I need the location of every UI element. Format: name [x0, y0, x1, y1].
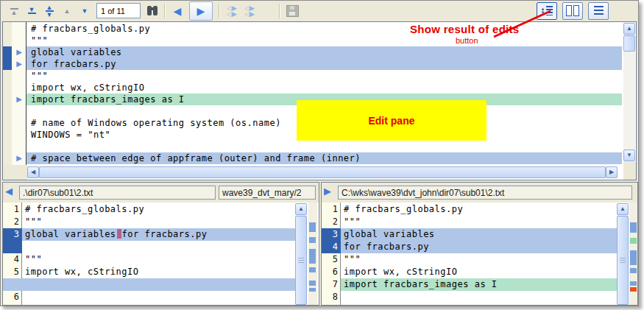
edit-code-line[interactable]	[3, 141, 622, 152]
next-file-button[interactable]: ▶	[189, 1, 213, 21]
line-number: 2	[3, 216, 22, 228]
code-text: # name of Windows operating system (os.n…	[22, 303, 295, 306]
edit-pane-annotation-label: Edit pane	[368, 115, 414, 127]
difference-counter-input[interactable]	[96, 3, 141, 18]
edit-code-line[interactable]: ▶# space between edge of appframe (outer…	[3, 152, 622, 164]
left-file-label-field[interactable]	[219, 186, 316, 200]
change-arrow-icon[interactable]: ▶	[12, 152, 26, 164]
side-by-side-view-button[interactable]	[562, 2, 583, 20]
change-block-cell	[3, 70, 12, 82]
diff-map-mark	[630, 250, 637, 265]
file-code-line[interactable]: 9# name of Windows operating system (os.…	[322, 303, 617, 306]
edit-code-line[interactable]: """	[3, 70, 622, 82]
merge-pair-icon: ◁▶◁▶	[227, 5, 237, 17]
diff-map-mark	[630, 281, 637, 286]
scroll-thumb[interactable]	[623, 35, 635, 52]
diff-map-mark	[309, 281, 316, 286]
edit-code-line[interactable]: ▶for fracbars.py	[3, 58, 622, 70]
stacked-view-button[interactable]	[588, 2, 609, 20]
two-columns-icon	[566, 5, 579, 16]
save-button[interactable]	[283, 2, 301, 20]
line-number: 3	[3, 228, 22, 241]
file-code-line[interactable]: 5"""	[322, 253, 617, 266]
scroll-thumb[interactable]	[617, 216, 629, 305]
left-triangle-icon: ◀	[174, 6, 182, 16]
file-code-line[interactable]: 6import wx, cStringIO	[322, 266, 617, 278]
code-text	[26, 141, 622, 152]
file-code-line[interactable]: 1# fracbars_globals.py	[3, 203, 295, 216]
file-code-line[interactable]: 2"""	[3, 216, 295, 228]
arrow-gutter-cell	[12, 82, 26, 94]
file-code-line[interactable]: 2"""	[322, 216, 617, 228]
center-difference-button[interactable]: ▲▼	[40, 2, 58, 20]
scroll-up-button[interactable]: ▲	[617, 203, 629, 215]
right-vertical-scrollbar[interactable]: ▲	[617, 203, 629, 305]
left-vertical-scrollbar[interactable]: ▲	[295, 203, 307, 305]
right-file-path-field[interactable]	[338, 186, 632, 200]
file-code-line[interactable]: 1# fracbars_globals.py	[322, 203, 617, 216]
code-text: # fracbars_globals.py	[26, 23, 622, 35]
file-code-line[interactable]: 8	[322, 291, 617, 303]
last-difference-button[interactable]: ▼	[23, 2, 40, 20]
file-code-line[interactable]: 4for fracbars.py	[322, 241, 617, 253]
scroll-thumb[interactable]	[295, 216, 307, 305]
change-block-cell	[3, 105, 12, 117]
edit-vertical-scrollbar[interactable]: ▲ ▼	[623, 23, 635, 162]
scroll-left-button[interactable]: ◀	[27, 166, 39, 178]
edit-horizontal-scrollbar[interactable]: ◀ ▶	[27, 166, 618, 178]
change-arrow-icon[interactable]: ▶	[12, 94, 26, 105]
change-block-cell	[3, 23, 12, 35]
file-code-line[interactable]: 7# name of Windows operating system (os.…	[3, 303, 295, 306]
file-code-line[interactable]: 3global variables	[322, 228, 617, 241]
code-text	[341, 291, 617, 303]
merge-pair-icon: ◁▶◁▶	[244, 5, 255, 17]
diff-map-mark	[309, 222, 316, 232]
edit-code-line[interactable]: import wx, cStringIO	[3, 82, 622, 94]
find-button[interactable]	[144, 2, 161, 20]
edit-code-line[interactable]: """	[3, 35, 622, 46]
right-file-pane: ▶ 1# fracbars_globals.py2"""3global vari…	[321, 182, 638, 306]
first-difference-button[interactable]: ▲	[5, 2, 23, 20]
code-text: """	[341, 216, 617, 228]
code-text: """	[22, 216, 295, 228]
file-code-line[interactable]: 5import wx, cStringIO	[3, 266, 295, 278]
right-file-triangle-icon[interactable]: ▶	[324, 186, 331, 197]
line-number: 1	[322, 203, 341, 216]
center-difference-icon: ▲▼	[46, 5, 54, 17]
scroll-up-button[interactable]: ▲	[623, 23, 635, 35]
code-text: global variablesfor fracbars.py	[22, 228, 295, 241]
file-code-line[interactable]: 4"""	[3, 253, 295, 266]
merge-right-button[interactable]: ◁▶◁▶	[241, 2, 258, 20]
scroll-down-button[interactable]: ▼	[623, 149, 635, 161]
line-number: 6	[3, 291, 22, 303]
previous-file-button[interactable]: ◀	[169, 2, 186, 20]
left-file-triangle-icon[interactable]: ◀	[5, 186, 13, 197]
code-text: global variables	[341, 228, 617, 241]
left-file-path-field[interactable]	[19, 186, 216, 200]
line-number: 9	[322, 303, 341, 306]
scroll-right-button[interactable]: ▶	[606, 166, 618, 178]
left-file-pane: ◀ 1# fracbars_globals.py2"""3global vari…	[2, 182, 319, 306]
edit-code-line[interactable]: # fracbars_globals.py	[3, 23, 622, 35]
previous-difference-button[interactable]: ▲	[58, 2, 76, 20]
file-code-line[interactable]: 6	[3, 291, 295, 303]
diff-map-mark	[309, 267, 316, 272]
edit-code-line[interactable]: ▶global variables	[3, 46, 622, 58]
arrow-gutter-cell	[12, 141, 26, 152]
change-arrow-icon[interactable]: ▶	[12, 46, 26, 58]
show-result-of-edits-button[interactable]: ▲▼	[537, 2, 557, 20]
change-arrow-icon[interactable]: ▶	[12, 58, 26, 70]
next-difference-button[interactable]: ▼	[76, 2, 93, 20]
find-icon	[146, 6, 158, 15]
file-code-line[interactable]	[3, 241, 295, 253]
code-text: """	[341, 253, 617, 266]
file-code-line[interactable]	[3, 278, 295, 291]
scroll-up-button[interactable]: ▲	[295, 203, 307, 215]
code-text: import wx, cStringIO	[26, 82, 622, 94]
merge-left-button[interactable]: ◁▶◁▶	[223, 2, 241, 20]
code-text: # fracbars_globals.py	[341, 203, 617, 216]
code-text: import wx, cStringIO	[341, 266, 617, 278]
file-code-line[interactable]: 3global variablesfor fracbars.py	[3, 228, 295, 241]
file-code-line[interactable]: 7import fracbars_images as I	[322, 278, 617, 291]
scroll-thumb[interactable]	[39, 166, 606, 178]
